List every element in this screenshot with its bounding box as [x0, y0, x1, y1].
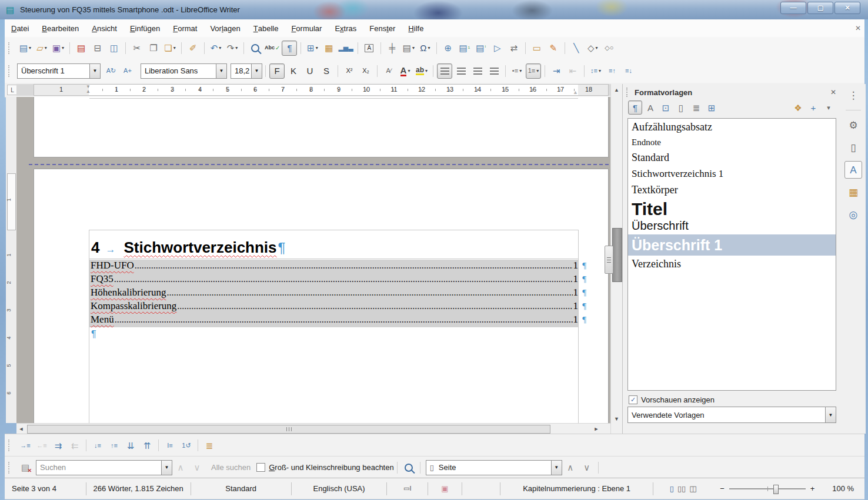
style-item--berschrift-1[interactable]: Überschrift 1 [628, 234, 836, 256]
menu-hilfe[interactable]: Hilfe [402, 19, 430, 37]
ordered-list-button[interactable]: 1≡▾ [526, 63, 541, 79]
page-info[interactable]: Seite 3 von 4 [5, 482, 86, 495]
toolbar-grip[interactable] [8, 462, 12, 474]
redo-button[interactable]: ↷▾ [225, 41, 240, 56]
align-justified-button[interactable] [486, 63, 502, 79]
index-entry-row[interactable]: Höhenkalibrierung.......................… [89, 287, 578, 300]
increase-indent-button[interactable]: ⇥ [549, 63, 564, 79]
menu-fenster[interactable]: Fenster [363, 19, 402, 37]
page-style[interactable]: Standard [191, 482, 291, 495]
chapter-info[interactable]: Kapitelnummerierung : Ebene 1 [500, 482, 653, 495]
strikethrough-button[interactable]: S [319, 63, 334, 79]
increase-paragraph-spacing-button[interactable]: ≡↑ [605, 63, 620, 79]
close-window-button[interactable]: ✕ [834, 2, 860, 14]
single-page-view-icon[interactable]: ▯ [670, 484, 674, 493]
chevron-down-icon[interactable]: ▼ [161, 461, 172, 475]
index-entry-row[interactable]: Kompasskalibrierung.....................… [89, 300, 578, 314]
menu-ansicht[interactable]: Ansicht [85, 19, 123, 37]
move-down-with-subpoints-button[interactable]: ⇊ [123, 438, 138, 453]
document-canvas[interactable]: 4 → Stichwortverzeichnis ¶ FHD-UFO......… [16, 97, 610, 423]
menu-einf-gen[interactable]: Einfügen [123, 19, 166, 37]
insert-line-button[interactable]: ╲ [569, 41, 584, 56]
style-filter-combo[interactable]: Verwendete Vorlagen ▼ [627, 407, 836, 423]
index-entry-row[interactable]: FHD-UFO.................................… [89, 260, 578, 273]
formatting-marks-button[interactable]: ¶ [282, 41, 297, 56]
close-icon[interactable]: ✕ [830, 88, 836, 96]
index-entry-row[interactable]: Menü....................................… [89, 314, 578, 327]
superscript-button[interactable]: X² [342, 63, 357, 79]
paragraph-style-combo[interactable]: Überschrift 1 ▼ [17, 63, 101, 79]
demote-button[interactable]: →≡ [18, 438, 33, 453]
match-case-checkbox[interactable]: ✓ [256, 463, 265, 472]
style-item-verzeichnis[interactable]: Verzeichnis [628, 256, 836, 272]
insert-endnote-button[interactable]: ▤ⁱ [473, 41, 489, 56]
panel-drag-grip[interactable] [626, 88, 630, 97]
sidebar-menu-button[interactable]: ⋮ [844, 86, 862, 104]
fill-format-mode-button[interactable]: ❖ [791, 100, 805, 115]
menu-tabelle[interactable]: Tabelle [247, 19, 285, 37]
navigator-tab-button[interactable]: ◎ [844, 206, 862, 223]
style-item-textk-rper[interactable]: Textkörper [628, 182, 836, 198]
show-previews-checkbox[interactable]: ✓ [629, 395, 637, 404]
style-item-aufz-hlungsabsatz[interactable]: Aufzählungsabsatz [628, 119, 836, 135]
scroll-up-icon[interactable]: ▲ [611, 84, 622, 96]
close-document-icon[interactable]: ✕ [855, 24, 861, 32]
subscript-button[interactable]: X₂ [358, 63, 373, 79]
insert-text-box-button[interactable]: A [362, 41, 377, 56]
search-input[interactable]: Suchen ▼ [36, 460, 172, 475]
align-center-button[interactable] [453, 63, 469, 79]
frame-styles-button[interactable]: ⊡ [659, 100, 673, 115]
insert-page-break-button[interactable]: ╪ [385, 41, 400, 56]
scroll-right-icon[interactable]: ► [592, 424, 601, 434]
demote-with-subpoints-button[interactable]: ⇉ [51, 438, 66, 453]
page-current[interactable]: 4 → Stichwortverzeichnis ¶ FHD-UFO......… [34, 169, 609, 423]
open-button[interactable]: ▱▾ [34, 41, 49, 56]
navigate-next-button[interactable]: ∨ [579, 460, 595, 475]
find-and-replace-button[interactable] [401, 460, 416, 475]
clear-formatting-button[interactable]: A∕ [381, 63, 396, 79]
font-name-combo[interactable]: Liberation Sans ▼ [141, 63, 227, 79]
styles-tab-button[interactable]: A [844, 161, 862, 179]
table-styles-button[interactable]: ⊞ [705, 100, 719, 115]
move-down-button[interactable]: ↓≡ [90, 438, 105, 453]
paste-button[interactable]: ❏▾ [162, 41, 178, 56]
align-left-button[interactable] [437, 63, 452, 79]
print-button[interactable]: ⊟ [90, 41, 105, 56]
new-style-button[interactable]: A+ [120, 63, 135, 79]
style-item-standard[interactable]: Standard [628, 149, 836, 166]
indent-marker-icon[interactable]: ▼▲ [85, 85, 92, 94]
copy-button[interactable]: ❐ [146, 41, 161, 56]
page-styles-button[interactable]: ▯ [674, 100, 688, 115]
zoom-in-icon[interactable]: + [810, 484, 815, 493]
insert-bookmark-button[interactable]: ▷ [490, 41, 505, 56]
zoom-slider[interactable] [729, 488, 806, 489]
insert-table-button[interactable]: ⊞▾ [305, 41, 320, 56]
close-find-bar-button[interactable]: ▤ ✕ [18, 460, 33, 475]
navigate-by-combo[interactable]: ▯ Seite ▼ [426, 460, 562, 475]
vertical-ruler[interactable]: 1123456 [6, 97, 17, 423]
selection-mode-icon[interactable]: ▭I [386, 482, 428, 495]
navigate-previous-button[interactable]: ∧ [563, 460, 578, 475]
page-tab-button[interactable]: ▯ [844, 139, 862, 156]
paragraph-styles-button[interactable]: ¶ [628, 100, 642, 115]
properties-tab-button[interactable]: ⚙ [844, 116, 862, 134]
scroll-left-icon[interactable]: ◄ [16, 424, 26, 434]
undo-button[interactable]: ↶▾ [208, 41, 223, 56]
multi-page-view-icon[interactable]: ▯▯ [677, 484, 686, 493]
line-spacing-button[interactable]: ↕≡▾ [588, 63, 603, 79]
align-right-button[interactable] [470, 63, 485, 79]
style-item--berschrift[interactable]: Überschrift [628, 219, 836, 234]
underline-button[interactable]: U [302, 63, 318, 79]
update-style-button[interactable]: A↻ [104, 63, 119, 79]
cut-button[interactable]: ✂ [129, 41, 145, 56]
move-up-button[interactable]: ↑≡ [106, 438, 122, 453]
highlight-color-button[interactable]: ab▾ [414, 63, 429, 79]
character-styles-button[interactable]: A [643, 100, 657, 115]
menu-datei[interactable]: Datei [5, 19, 35, 37]
menu-vorlagen[interactable]: Vorlagen [203, 19, 246, 37]
insert-special-character-button[interactable]: Ω▾ [418, 41, 433, 56]
chevron-down-icon[interactable]: ▼ [825, 407, 836, 422]
chevron-down-icon[interactable]: ▼ [216, 64, 226, 78]
show-draw-functions-button[interactable]: ◇○ [602, 41, 617, 56]
new-style-from-selection-button[interactable]: + [806, 100, 820, 115]
